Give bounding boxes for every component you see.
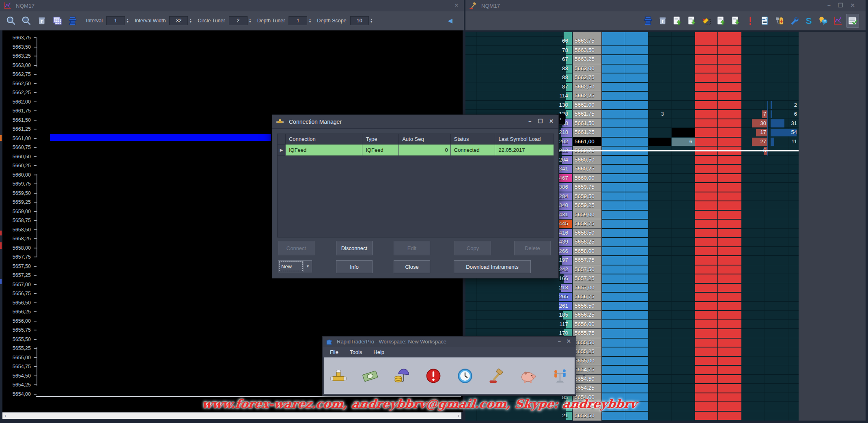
alert-icon[interactable] bbox=[424, 367, 443, 385]
sell-cell[interactable] bbox=[718, 402, 741, 411]
zoom-in-icon[interactable] bbox=[4, 14, 17, 28]
buy-cell[interactable] bbox=[625, 329, 648, 338]
sell-cell[interactable] bbox=[718, 165, 741, 173]
price-cell[interactable]: 5657,00 bbox=[573, 283, 602, 293]
price-cell[interactable]: 5660,00 bbox=[573, 174, 602, 183]
buy-cell[interactable] bbox=[625, 256, 648, 265]
sell-cell[interactable] bbox=[695, 412, 717, 420]
buy-cell[interactable] bbox=[625, 92, 648, 100]
buy-cell[interactable] bbox=[602, 92, 625, 100]
sell-cell[interactable] bbox=[718, 37, 741, 45]
buy-cell[interactable] bbox=[625, 73, 648, 82]
price-cell[interactable]: 5655,75 bbox=[573, 329, 602, 338]
buy-cell[interactable] bbox=[625, 302, 648, 311]
new-connection-combobox[interactable]: New ▼ bbox=[278, 260, 312, 272]
sell-cell[interactable] bbox=[695, 229, 717, 237]
menu-help[interactable]: Help bbox=[373, 349, 384, 355]
buy-cell[interactable] bbox=[602, 156, 625, 164]
column-header[interactable]: Type bbox=[362, 134, 399, 145]
field-value-input[interactable]: 1 bbox=[106, 16, 125, 25]
sell-cell[interactable] bbox=[718, 174, 741, 183]
sell-cell[interactable] bbox=[718, 220, 741, 228]
sell-cell[interactable] bbox=[718, 366, 741, 374]
dollar-s-icon[interactable]: S bbox=[802, 14, 815, 28]
chat-icon[interactable] bbox=[817, 14, 830, 28]
chevron-down-icon[interactable]: ▼ bbox=[304, 261, 312, 272]
minimize-icon[interactable]: – bbox=[827, 2, 831, 9]
sell-cell[interactable] bbox=[718, 384, 741, 393]
money-icon[interactable] bbox=[361, 367, 379, 385]
column-header[interactable]: Auto Seq bbox=[399, 134, 451, 145]
delete-button[interactable]: Delete bbox=[514, 241, 551, 255]
buy-cell[interactable] bbox=[602, 174, 625, 183]
buy-cell[interactable] bbox=[602, 347, 625, 356]
buy-cell[interactable] bbox=[625, 110, 648, 119]
sell-cell[interactable] bbox=[695, 265, 717, 274]
sell-cell[interactable] bbox=[695, 92, 717, 100]
buy-cell[interactable] bbox=[602, 165, 625, 173]
mini-titlebar[interactable]: RapidTraderPro - Workspace: New Workspac… bbox=[323, 337, 576, 347]
sell-cell[interactable] bbox=[695, 201, 717, 210]
sell-cell[interactable] bbox=[718, 201, 741, 210]
sell-cell[interactable] bbox=[695, 347, 717, 356]
column-header[interactable]: Status bbox=[451, 134, 495, 145]
checklist-icon[interactable] bbox=[846, 14, 859, 28]
spinner-arrows-icon[interactable]: ▲▼ bbox=[308, 18, 311, 23]
sell-cell[interactable] bbox=[718, 393, 741, 402]
price-cell[interactable]: 5662,50 bbox=[573, 82, 602, 92]
gavel-icon[interactable] bbox=[487, 367, 506, 385]
buy-cell[interactable] bbox=[602, 265, 625, 274]
sell-cell[interactable] bbox=[718, 92, 741, 100]
buy-cell[interactable] bbox=[625, 37, 648, 45]
buy-cell[interactable] bbox=[625, 138, 648, 146]
sell-cell[interactable] bbox=[718, 128, 741, 137]
price-cell[interactable]: 5658,00 bbox=[573, 247, 602, 256]
sell-cell[interactable] bbox=[695, 101, 717, 110]
sell-cell[interactable] bbox=[695, 274, 717, 283]
sell-cell[interactable] bbox=[695, 73, 717, 82]
ask-bar[interactable] bbox=[771, 110, 772, 119]
price-cell[interactable]: 5661,50 bbox=[573, 119, 602, 128]
price-cell[interactable]: 5654,25 bbox=[573, 384, 602, 393]
buy-cell[interactable] bbox=[602, 366, 625, 374]
traded-cell[interactable] bbox=[648, 138, 671, 146]
sell-cell[interactable] bbox=[695, 329, 717, 338]
sell-cell[interactable] bbox=[718, 247, 741, 256]
buy-cell[interactable] bbox=[625, 293, 648, 301]
sell-cell[interactable] bbox=[718, 284, 741, 292]
sell-cell[interactable] bbox=[695, 220, 717, 228]
buy-cell[interactable] bbox=[602, 247, 625, 256]
buy-cell[interactable] bbox=[625, 274, 648, 283]
sell-cell[interactable] bbox=[695, 192, 717, 201]
sell-cell[interactable] bbox=[695, 311, 717, 319]
scroll-left-icon[interactable]: ‹ bbox=[2, 413, 8, 419]
sell-cell[interactable] bbox=[718, 293, 741, 301]
buy-cell[interactable] bbox=[602, 110, 625, 119]
buy-cell[interactable] bbox=[602, 83, 625, 91]
connections-table[interactable]: ConnectionTypeAuto SeqStatusLast Symbol … bbox=[277, 134, 554, 237]
price-cell[interactable]: 5655,50 bbox=[573, 338, 602, 347]
dom-bars-icon[interactable] bbox=[642, 14, 655, 28]
sell-cell[interactable] bbox=[718, 83, 741, 91]
sell-cell[interactable] bbox=[718, 256, 741, 265]
buy-cell[interactable] bbox=[625, 412, 648, 420]
price-cell[interactable]: 5662,75 bbox=[573, 73, 602, 82]
buy-cell[interactable] bbox=[602, 384, 625, 393]
price-cell[interactable]: 5661,75 bbox=[573, 110, 602, 119]
close-icon[interactable]: ✕ bbox=[566, 338, 571, 344]
buy-cell[interactable] bbox=[602, 357, 625, 365]
sell-cell[interactable] bbox=[695, 375, 717, 384]
buy-cell[interactable] bbox=[625, 238, 648, 246]
sell-cell[interactable] bbox=[718, 46, 741, 55]
sell-cell[interactable] bbox=[718, 357, 741, 365]
sell-cell[interactable] bbox=[718, 119, 741, 128]
buy-cell[interactable] bbox=[625, 375, 648, 384]
pipe-connector-icon[interactable] bbox=[329, 367, 348, 385]
page-down-icon[interactable] bbox=[685, 14, 698, 28]
spinner-arrows-icon[interactable]: ▲▼ bbox=[370, 18, 373, 23]
buy-cell[interactable] bbox=[602, 46, 625, 55]
price-cell[interactable]: 5657,50 bbox=[573, 265, 602, 274]
buy-cell[interactable] bbox=[625, 220, 648, 228]
sell-cell[interactable] bbox=[718, 156, 741, 164]
balance-scale-icon[interactable] bbox=[551, 367, 569, 385]
